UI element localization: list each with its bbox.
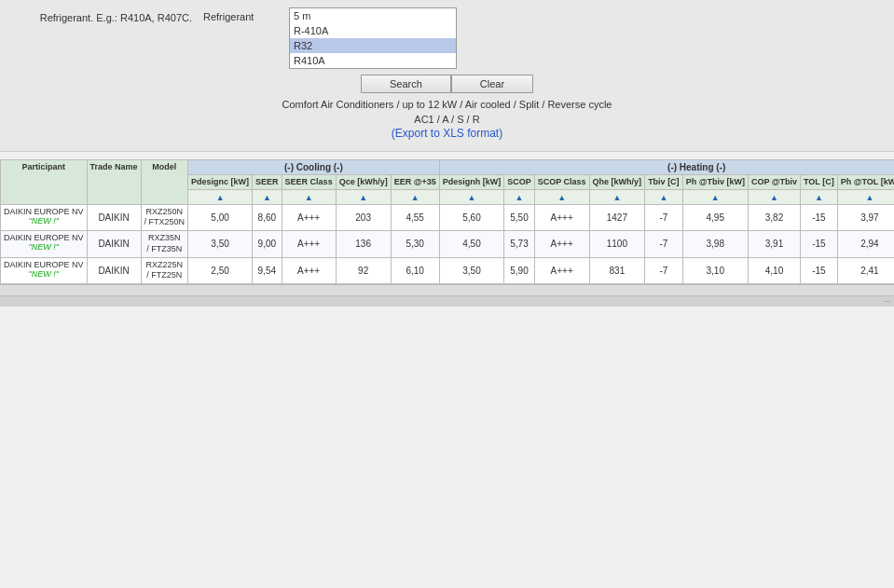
table-row: DAIKIN EUROPE NV"NEW !"DAIKINRXZ35N/ FTZ… <box>1 231 895 257</box>
collapse-cooling2[interactable]: (-) <box>334 162 343 172</box>
button-row: Search Clear <box>9 75 885 93</box>
refrigerant-option-r410a-2[interactable]: R410A <box>290 53 456 68</box>
cell-model: RXZ250N/ FTX250N <box>141 204 188 230</box>
sort-seer[interactable]: ▲ <box>391 189 439 204</box>
th-phTol: Ph @TOL [kW] <box>837 175 894 190</box>
cell-copTbiv: 4,10 <box>748 257 800 283</box>
cell-tbiv: -7 <box>645 231 683 257</box>
cell-model: RXZ225N/ FTZ25N <box>141 257 188 283</box>
cell-pdesignh: 5,60 <box>439 204 504 230</box>
main-table-wrapper: Participant Trade Name Model (-) Cooling… <box>0 159 894 284</box>
sort-tradename[interactable]: ▲ <box>253 189 282 204</box>
cell-phTbiv: 3,10 <box>682 257 748 283</box>
cell-seer: 9,00 <box>253 231 282 257</box>
refrigerant-select-container: 5 m R-410A R32 R410A <box>289 7 457 69</box>
refrigerant-option-r410a-1[interactable]: R-410A <box>290 23 456 38</box>
breadcrumb-line2: AC1 / A / S / R <box>9 114 885 125</box>
cell-tol: -15 <box>801 204 838 230</box>
cell-qce: 203 <box>336 204 391 230</box>
th-model: Model <box>141 160 188 205</box>
cell-seerclass: A+++ <box>282 204 336 230</box>
cell-scopclass: A+++ <box>534 257 589 283</box>
sort-scopclass[interactable]: ▲ <box>682 189 748 204</box>
refrigerant-type: Refrigerant <box>196 7 289 26</box>
refrigerant-select[interactable]: 5 m R-410A R32 R410A <box>289 7 457 69</box>
cell-scopclass: A+++ <box>534 204 589 230</box>
th-pdesignc: Pdesignc [kW] <box>188 175 253 190</box>
th-scop: SCOP <box>504 175 535 190</box>
export-link[interactable]: (Export to XLS format) <box>9 127 885 140</box>
th-phTbiv: Ph @Tbiv [kW] <box>682 175 748 190</box>
cell-qce: 136 <box>336 231 391 257</box>
cell-qhe: 1427 <box>589 204 645 230</box>
cell-phTol: 2,41 <box>837 257 894 283</box>
cell-qce: 92 <box>336 257 391 283</box>
cell-pdesignc: 5,00 <box>188 204 253 230</box>
cell-phTbiv: 3,98 <box>682 231 748 257</box>
cell-eer: 6,10 <box>391 257 439 283</box>
cell-model: RXZ35N/ FTZ35N <box>141 231 188 257</box>
sort-seerclass[interactable]: ▲ <box>439 189 504 204</box>
cell-phTol: 2,94 <box>837 231 894 257</box>
refrigerant-option-r32[interactable]: R32 <box>290 38 456 53</box>
th-heating-section: (-) Heating (-) <box>439 160 894 175</box>
sort-participant[interactable]: ▲ <box>188 189 253 204</box>
th-copTbiv: COP @Tbiv <box>748 175 800 190</box>
cell-seerclass: A+++ <box>282 257 336 283</box>
th-participant: Participant <box>1 160 88 205</box>
cell-eer: 4,55 <box>391 204 439 230</box>
bottom-bar: ··· <box>0 295 894 307</box>
refrigerant-label: Refrigerant. E.g.: R410A, R407C. <box>9 7 196 29</box>
cell-tol: -15 <box>801 231 838 257</box>
cell-pdesignh: 4,50 <box>439 231 504 257</box>
cell-copTbiv: 3,91 <box>748 231 800 257</box>
sort-model[interactable]: ▲ <box>282 189 336 204</box>
sort-scop[interactable]: ▲ <box>645 189 683 204</box>
cell-eer: 5,30 <box>391 231 439 257</box>
sort-pdesignc[interactable]: ▲ <box>336 189 391 204</box>
th-scopclass: SCOP Class <box>534 175 589 190</box>
search-button[interactable]: Search <box>361 75 451 93</box>
cell-participant: DAIKIN EUROPE NV"NEW !" <box>1 231 88 257</box>
th-qhe: Qhe [kWh/y] <box>589 175 645 190</box>
heating-label: Heating <box>680 162 714 172</box>
cell-tradename: DAIKIN <box>87 231 141 257</box>
th-cooling-section: (-) Cooling (-) <box>188 160 440 175</box>
th-seer: SEER <box>253 175 282 190</box>
th-qce: Qce [kWh/y] <box>336 175 391 190</box>
sort-qhe[interactable]: ▲ <box>748 189 800 204</box>
sort-tbiv[interactable]: ▲ <box>801 189 838 204</box>
clear-button[interactable]: Clear <box>451 75 533 93</box>
cell-participant: DAIKIN EUROPE NV"NEW !" <box>1 257 88 283</box>
cell-qhe: 1100 <box>589 231 645 257</box>
cell-copTbiv: 3,82 <box>748 204 800 230</box>
horizontal-scrollbar[interactable] <box>0 284 894 295</box>
cell-pdesignc: 3,50 <box>188 231 253 257</box>
breadcrumb: Comfort Air Conditioners / up to 12 kW /… <box>9 99 885 110</box>
sort-phTbiv[interactable]: ▲ <box>837 189 894 204</box>
refrigerant-option-5m[interactable]: 5 m <box>290 8 456 23</box>
cell-seer: 8,60 <box>253 204 282 230</box>
cell-pdesignc: 2,50 <box>188 257 253 283</box>
cell-scopclass: A+++ <box>534 231 589 257</box>
cell-pdesignh: 3,50 <box>439 257 504 283</box>
cell-scop: 5,73 <box>504 231 535 257</box>
cell-participant: DAIKIN EUROPE NV"NEW !" <box>1 204 88 230</box>
table-row: DAIKIN EUROPE NV"NEW !"DAIKINRXZ225N/ FT… <box>1 257 895 283</box>
sort-qce[interactable]: ▲ <box>504 189 535 204</box>
cell-scop: 5,90 <box>504 257 535 283</box>
th-seerclass: SEER Class <box>282 175 336 190</box>
th-pdesignh: Pdesignh [kW] <box>439 175 504 190</box>
data-table: Participant Trade Name Model (-) Cooling… <box>0 159 894 284</box>
cell-tradename: DAIKIN <box>87 204 141 230</box>
collapse-cooling[interactable]: (-) <box>284 162 294 172</box>
th-tol: TOL [C] <box>801 175 838 190</box>
sort-eer[interactable]: ▲ <box>534 189 589 204</box>
sort-pdesignh[interactable]: ▲ <box>589 189 645 204</box>
collapse-heating2[interactable]: (-) <box>716 162 725 172</box>
collapse-heating[interactable]: (-) <box>667 162 677 172</box>
table-row: DAIKIN EUROPE NV"NEW !"DAIKINRXZ250N/ FT… <box>1 204 895 230</box>
cell-phTol: 3,97 <box>837 204 894 230</box>
th-tbiv: Tbiv [C] <box>645 175 683 190</box>
cell-tradename: DAIKIN <box>87 257 141 283</box>
